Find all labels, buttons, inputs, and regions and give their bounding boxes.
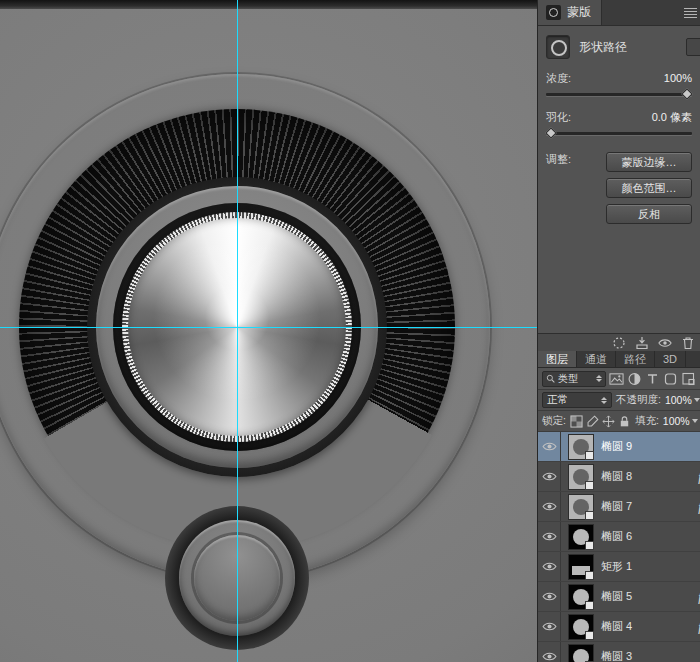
adjustment-layer-filter-icon[interactable]	[627, 372, 642, 386]
search-filter-icon	[546, 374, 555, 383]
layer-name[interactable]: 椭圆 6	[601, 529, 632, 544]
lock-icons	[570, 415, 631, 428]
layers-list: 椭圆 9椭圆 8fx椭圆 7fx椭圆 6矩形 1椭圆 5fx椭圆 4fx椭圆 3	[538, 432, 700, 662]
layer-thumbnail[interactable]	[569, 645, 593, 662]
tab-paths[interactable]: 路径	[616, 351, 655, 367]
caret-down-icon	[694, 398, 700, 402]
blend-mode-dropdown[interactable]: 正常	[542, 392, 612, 408]
mask-icon	[546, 5, 561, 20]
layer-thumbnail[interactable]	[569, 615, 593, 639]
lock-all-icon[interactable]	[618, 415, 631, 428]
horizontal-guide[interactable]	[0, 327, 537, 328]
layer-thumbnail[interactable]	[569, 435, 593, 459]
panel-menu-icon[interactable]	[684, 6, 697, 20]
layer-row[interactable]: 矩形 1	[538, 552, 700, 582]
masks-panel-tab[interactable]: 蒙版	[538, 0, 602, 25]
layer-row[interactable]: 椭圆 8fx	[538, 462, 700, 492]
feather-label: 羽化:	[546, 110, 571, 125]
eye-icon	[542, 471, 557, 482]
layer-filter-row: 类型	[538, 368, 700, 390]
layer-filter-icons	[609, 372, 696, 386]
feather-slider-handle[interactable]	[545, 127, 556, 138]
feather-slider[interactable]	[546, 132, 692, 135]
shape-layer-badge-icon	[585, 571, 594, 580]
smart-object-filter-icon[interactable]	[681, 372, 696, 386]
feather-value[interactable]: 0.0 像素	[652, 110, 692, 125]
layer-row[interactable]: 椭圆 3	[538, 642, 700, 662]
type-layer-filter-icon[interactable]	[645, 372, 660, 386]
opacity-label: 不透明度:	[616, 393, 661, 407]
apply-mask-icon[interactable]	[635, 336, 649, 350]
shape-path-icon	[546, 35, 570, 59]
layer-visibility-toggle[interactable]	[538, 612, 561, 641]
photoshop-workspace: 蒙版 形状路径 浓度: 100% 羽化: 0.0 像素	[0, 0, 700, 662]
fill-value[interactable]: 100%	[663, 415, 698, 427]
layer-row[interactable]: 椭圆 5fx	[538, 582, 700, 612]
tab-layers[interactable]: 图层	[538, 351, 577, 367]
layer-name[interactable]: 椭圆 4	[601, 619, 632, 634]
dropdown-arrows-icon	[601, 397, 607, 404]
layer-name[interactable]: 椭圆 8	[601, 469, 632, 484]
tab-channels[interactable]: 通道	[577, 351, 616, 367]
layer-thumbnail[interactable]	[569, 495, 593, 519]
delete-mask-icon[interactable]	[681, 336, 695, 350]
layer-row[interactable]: 椭圆 7fx	[538, 492, 700, 522]
density-slider[interactable]	[546, 93, 692, 96]
kind-filter-dropdown[interactable]: 类型	[542, 371, 606, 387]
layer-name[interactable]: 椭圆 5	[601, 589, 632, 604]
density-label: 浓度:	[546, 71, 571, 86]
shape-layer-badge-icon	[585, 631, 594, 640]
load-selection-icon[interactable]	[612, 336, 626, 350]
layers-panel: 图层通道路径3D 类型 正常 不透明度: 100% 锁定:	[537, 351, 700, 662]
layer-name[interactable]: 椭圆 7	[601, 499, 632, 514]
masks-panel-footer	[538, 333, 700, 351]
layer-name[interactable]: 矩形 1	[601, 559, 632, 574]
eye-icon	[542, 561, 557, 572]
vertical-guide[interactable]	[237, 0, 238, 662]
layer-name[interactable]: 椭圆 3	[601, 649, 632, 662]
masks-panel: 蒙版 形状路径 浓度: 100% 羽化: 0.0 像素	[537, 0, 700, 351]
layer-visibility-toggle[interactable]	[538, 552, 561, 581]
layer-row[interactable]: 椭圆 4fx	[538, 612, 700, 642]
density-value[interactable]: 100%	[664, 72, 692, 84]
lock-transparency-icon[interactable]	[570, 415, 583, 428]
document-canvas[interactable]	[0, 0, 537, 662]
layer-thumbnail[interactable]	[569, 465, 593, 489]
lock-pixels-icon[interactable]	[586, 415, 599, 428]
layer-row[interactable]: 椭圆 6	[538, 522, 700, 552]
eye-icon	[542, 501, 557, 512]
blend-row: 正常 不透明度: 100%	[538, 390, 700, 411]
layer-name[interactable]: 椭圆 9	[601, 439, 632, 454]
caret-down-icon	[692, 419, 698, 423]
density-slider-handle[interactable]	[681, 88, 692, 99]
lock-label: 锁定:	[542, 414, 566, 428]
layer-row[interactable]: 椭圆 9	[538, 432, 700, 462]
lock-position-icon[interactable]	[602, 415, 615, 428]
mask-edge-button[interactable]: 蒙版边缘…	[606, 152, 692, 172]
shape-layer-filter-icon[interactable]	[663, 372, 678, 386]
tab-3d[interactable]: 3D	[655, 351, 686, 367]
mask-type-row: 形状路径	[538, 26, 700, 66]
layer-thumbnail[interactable]	[569, 525, 593, 549]
layer-visibility-toggle[interactable]	[538, 582, 561, 611]
eye-icon	[542, 621, 557, 632]
invert-button[interactable]: 反相	[606, 204, 692, 224]
fill-label: 填充:	[635, 414, 659, 428]
add-mask-icon[interactable]	[686, 38, 700, 56]
layer-visibility-toggle[interactable]	[538, 642, 561, 662]
shape-layer-badge-icon	[585, 601, 594, 610]
dropdown-arrows-icon	[596, 375, 602, 382]
layer-thumbnail[interactable]	[569, 555, 593, 579]
layer-visibility-toggle[interactable]	[538, 522, 561, 551]
layer-thumbnail[interactable]	[569, 585, 593, 609]
layer-visibility-toggle[interactable]	[538, 432, 561, 461]
disable-mask-icon[interactable]	[658, 336, 672, 350]
color-range-button[interactable]: 颜色范围…	[606, 178, 692, 198]
layer-visibility-toggle[interactable]	[538, 492, 561, 521]
eye-icon	[542, 531, 557, 542]
pixel-layer-filter-icon[interactable]	[609, 372, 624, 386]
eye-icon	[542, 651, 557, 662]
eye-icon	[542, 441, 557, 452]
opacity-value[interactable]: 100%	[665, 394, 700, 406]
layer-visibility-toggle[interactable]	[538, 462, 561, 491]
